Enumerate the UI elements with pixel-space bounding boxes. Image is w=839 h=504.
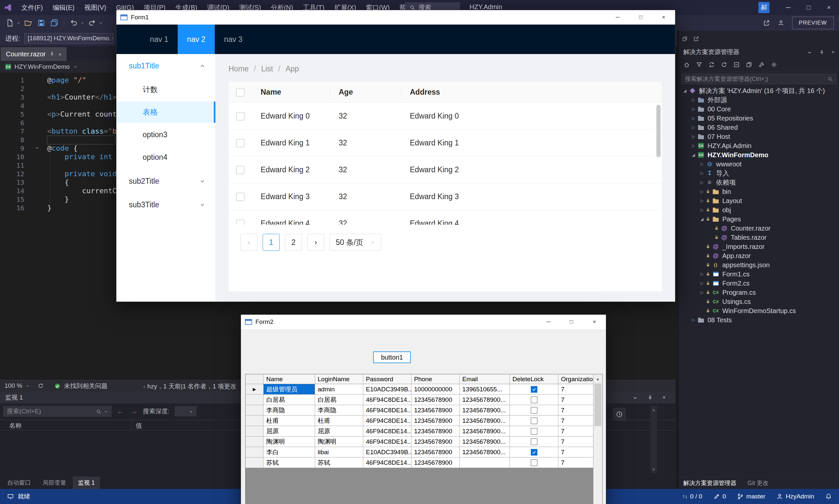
tree-item[interactable]: ▷Form2.cs (679, 279, 839, 288)
expander-icon[interactable]: ▷ (698, 208, 705, 212)
table-row[interactable]: Edward King 032Edward King 0 (228, 103, 662, 130)
grid-cell[interactable]: 7 (558, 405, 593, 416)
grid-cell[interactable]: 7 (558, 457, 593, 468)
tree-item[interactable]: ▷Form1.cs (679, 270, 839, 279)
prev-result-icon[interactable]: ← (117, 407, 124, 416)
grid-column-header[interactable]: Password (363, 374, 411, 384)
grid-checkbox-cell[interactable] (510, 447, 558, 457)
filter-icon[interactable] (693, 60, 705, 70)
caret-down-icon[interactable] (104, 409, 108, 414)
expander-icon[interactable]: ▷ (698, 189, 705, 194)
restore-window-icon[interactable] (682, 36, 687, 41)
open-folder-icon[interactable] (23, 18, 33, 28)
grid-cell[interactable]: 12345678900 (411, 447, 460, 457)
grid-cell[interactable]: 李商隐 (263, 405, 315, 416)
grid-checkbox-cell[interactable] (510, 436, 558, 447)
panel-tab[interactable]: 解决方案资源管理器 (683, 479, 736, 487)
grid-cell[interactable]: 46F94C8DE14... (363, 405, 411, 416)
grid-column-header[interactable]: Email (460, 374, 510, 384)
panel-tab[interactable]: 局部变量 (37, 476, 71, 489)
grid-cell[interactable]: 12345678900... (460, 416, 510, 426)
background-tasks-icon[interactable] (7, 493, 14, 500)
grid-row[interactable]: 屈原屈原46F94C8DE14...1234567890012345678900… (245, 426, 593, 436)
grid-row[interactable]: 陶渊明陶渊明46F94C8DE14...12345678900123456789… (245, 436, 593, 447)
grid-cell[interactable]: 苏轼 (263, 457, 315, 468)
pin-icon[interactable] (50, 52, 54, 57)
tree-item[interactable]: ▷C#Program.cs (679, 288, 839, 297)
pending-edits[interactable]: 0 (714, 493, 726, 500)
tree-item[interactable]: @_Imports.razor (679, 242, 839, 251)
restore-scroll-icon[interactable] (38, 383, 44, 389)
grid-cell[interactable]: 白居易 (315, 395, 363, 405)
grid-cell[interactable]: 李商隐 (315, 405, 363, 416)
minimize-button[interactable]: ─ (606, 10, 629, 24)
tree-item[interactable]: @Tables.razor (679, 233, 839, 242)
table-row[interactable]: Edward King 232Edward King 2 (228, 157, 662, 183)
tree-item[interactable]: ▷00 Core (679, 105, 839, 114)
panel-tab[interactable]: 自动窗口 (2, 476, 36, 489)
home-icon[interactable] (681, 60, 692, 70)
git-blame-info[interactable]: ‹ hzy，1 天前|1 名作者，1 项更改 (143, 382, 236, 391)
expander-icon[interactable]: ▷ (698, 162, 705, 166)
grid-cell[interactable]: 苏轼 (315, 457, 363, 468)
table-row[interactable]: Edward King 132Edward King 1 (228, 130, 662, 157)
pagination-page[interactable]: 1 (263, 234, 280, 251)
tree-item[interactable]: ▷wwwroot (679, 160, 839, 169)
grid-checkbox-cell[interactable] (510, 457, 558, 468)
expander-icon[interactable]: ▷ (698, 290, 705, 295)
tree-item[interactable]: ◢Pages (679, 215, 839, 224)
code-health-indicator[interactable]: 未找到相关问题 (54, 382, 107, 390)
grid-cell[interactable]: 7 (558, 416, 593, 426)
tree-item[interactable]: {}appsettings.json (679, 260, 839, 270)
grid-cell[interactable]: libai (315, 447, 363, 457)
grid-column-header[interactable]: DeleteLock (510, 374, 558, 384)
sidebar-menu-item[interactable]: option3 (116, 124, 216, 145)
breadcrumb-item[interactable]: Home (228, 65, 249, 73)
tree-item[interactable]: ▷bin (679, 187, 839, 196)
grid-column-header[interactable]: OrganizationId (558, 374, 593, 384)
pagination-next[interactable]: › (307, 234, 324, 251)
sidebar-menu-item[interactable]: 计数 (116, 79, 216, 100)
column-name[interactable]: 名称 (9, 421, 22, 430)
sidebar-menu-item[interactable]: option4 (116, 147, 216, 168)
tree-item[interactable]: ◢C#HZY.WinFormDemo (679, 150, 839, 160)
maximize-button[interactable]: □ (798, 0, 819, 15)
grid-cell[interactable]: 10000000000 (411, 384, 460, 395)
grid-cell[interactable]: 陶渊明 (315, 436, 363, 447)
column-header-name[interactable]: Name (252, 82, 330, 103)
git-sync-status[interactable]: ↑↓ 0 / 0 (682, 493, 702, 500)
zoom-control[interactable]: 100 % (5, 382, 44, 390)
expand-icon[interactable] (694, 36, 699, 41)
delete-lock-checkbox[interactable] (531, 428, 537, 435)
menu-item[interactable]: 视图(V) (79, 0, 111, 15)
grid-cell[interactable]: E10ADC3949B... (363, 447, 411, 457)
undo-icon[interactable] (69, 18, 79, 28)
grid-cell[interactable]: 12345678900... (460, 447, 510, 457)
pin-icon[interactable] (819, 49, 824, 55)
row-header-cell[interactable] (245, 405, 263, 416)
close-panel-icon[interactable]: × (663, 395, 666, 400)
row-header-cell[interactable] (245, 457, 263, 468)
repository-selector[interactable]: HzyAdmin (776, 493, 814, 500)
project-dropdown[interactable]: HZY.WinFormDemo (14, 63, 70, 70)
tree-item[interactable]: ◢解决方案 'HZY.Admin' (16 个项目, 共 16 个) (679, 86, 839, 95)
tree-item[interactable]: ▷外部源 (679, 95, 839, 105)
tree-item[interactable]: ▷≡依赖项 (679, 178, 839, 187)
grid-cell[interactable]: 12345678900... (460, 405, 510, 416)
grid-cell[interactable]: 陶渊明 (263, 436, 315, 447)
grid-cell[interactable]: 7 (558, 426, 593, 436)
tree-item[interactable]: ▷↧导入 (679, 169, 839, 178)
caret-down-icon[interactable] (73, 65, 78, 69)
grid-cell[interactable]: 杜甫 (315, 416, 363, 426)
delete-lock-checkbox[interactable] (531, 397, 537, 403)
delete-lock-checkbox[interactable] (531, 438, 537, 445)
close-panel-icon[interactable]: × (832, 49, 834, 55)
tab-counter-razor[interactable]: Counter.razor × (1, 47, 67, 61)
expander-icon[interactable]: ▷ (690, 107, 697, 111)
delete-lock-checkbox[interactable] (531, 417, 537, 424)
grid-cell[interactable]: 7 (558, 436, 593, 447)
tree-item[interactable]: C#Usings.cs (679, 297, 839, 306)
grid-cell[interactable]: 7 (558, 384, 593, 395)
table-row[interactable]: Edward King 332Edward King 3 (228, 183, 662, 210)
grid-column-header[interactable]: LoginName (315, 374, 363, 384)
